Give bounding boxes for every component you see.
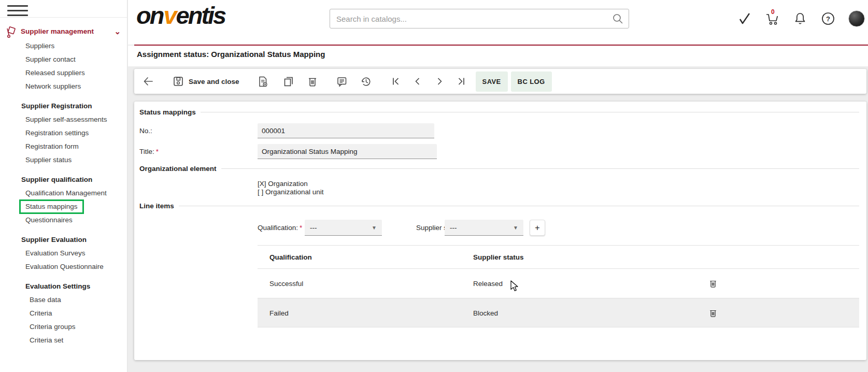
search-input[interactable] <box>330 15 612 23</box>
save-and-close-button[interactable]: Save and close <box>170 74 241 89</box>
sidebar-item-evaluation-questionnaire[interactable]: Evaluation Questionnaire <box>0 260 127 274</box>
section-status-mappings: Status mappings <box>139 108 859 116</box>
sidebar: Supplier management⌄SuppliersSupplier co… <box>0 0 127 372</box>
sidebar-item-suppliers[interactable]: Suppliers <box>0 39 127 53</box>
supplier-status-select[interactable]: ---▼ <box>445 220 523 236</box>
column-header-qualification: Qualification <box>269 253 312 261</box>
chevron-down-icon: ▼ <box>513 225 518 231</box>
sidebar-item-criteria-set[interactable]: Criteria set <box>0 334 127 347</box>
sidebar-item-supplier-status[interactable]: Supplier status <box>0 153 127 167</box>
delete-icon[interactable] <box>305 74 320 89</box>
add-line-item-button[interactable]: + <box>530 220 545 236</box>
supplier-management-icon <box>4 25 18 39</box>
top-icon-bar: 0 ? <box>736 10 865 27</box>
qualification-select[interactable]: ---▼ <box>305 220 382 236</box>
catalog-search <box>330 9 629 28</box>
cell-qualification: Failed <box>269 309 289 317</box>
sidebar-item-registration-form[interactable]: Registration form <box>0 140 127 153</box>
copy-icon[interactable] <box>280 74 296 90</box>
cell-supplier-status: Released <box>473 280 503 288</box>
save-and-close-label: Save and close <box>189 78 239 85</box>
user-avatar[interactable] <box>848 10 865 27</box>
sidebar-item-base-data[interactable]: Base data <box>0 293 127 307</box>
line-items-table: QualificationSupplier statusSuccessfulRe… <box>258 245 859 327</box>
required-asterisk: * <box>154 148 159 155</box>
logo-check-v: v <box>163 2 176 29</box>
previous-record-icon[interactable] <box>410 74 425 89</box>
sidebar-item-released-suppliers[interactable]: Released suppliers <box>0 66 127 80</box>
history-icon[interactable] <box>358 74 374 90</box>
search-icon[interactable] <box>612 13 623 24</box>
no-label: No.: <box>139 127 152 135</box>
hamburger-menu-icon[interactable] <box>7 5 28 17</box>
sidebar-item-supplier-self-assessments[interactable]: Supplier self-assessments <box>0 113 127 126</box>
chevron-down-icon[interactable]: ⌄ <box>114 24 121 39</box>
line-items-header-row: QualificationSupplier status <box>258 245 859 268</box>
chevron-down-icon: ▼ <box>372 225 377 231</box>
main-area: onventis 0 ? Assignment sta <box>128 0 868 372</box>
sidebar-item-network-suppliers[interactable]: Network suppliers <box>0 80 127 93</box>
table-row: FailedBlocked <box>258 298 859 327</box>
qualification-label: Qualification:* <box>258 224 302 232</box>
title-input[interactable] <box>258 144 437 159</box>
column-header-supplier-status: Supplier status <box>473 253 524 261</box>
status-mapping-form: Status mappings No.: Title:* Organizatio… <box>134 102 866 360</box>
sidebar-item-qualification-management[interactable]: Qualification Management <box>0 187 127 200</box>
table-row: SuccessfulReleased <box>258 268 859 298</box>
no-input[interactable] <box>258 123 434 138</box>
page-title-bar: Assignment status: Organizational Status… <box>128 46 868 66</box>
sidebar-item-supplier-management[interactable]: Supplier management⌄ <box>0 24 127 39</box>
delete-row-icon[interactable] <box>706 277 720 291</box>
section-organizational-element: Organizational element <box>139 165 859 173</box>
sidebar-item-supplier-evaluation: Supplier Evaluation <box>0 233 127 247</box>
last-record-icon[interactable] <box>454 74 468 89</box>
org-element-organization[interactable]: [X] Organization <box>258 180 308 188</box>
highlighted-active-item[interactable]: Status mappings <box>19 199 84 214</box>
sidebar-divider <box>0 17 127 18</box>
cart-icon[interactable]: 0 <box>764 10 780 27</box>
help-icon[interactable]: ? <box>820 10 836 27</box>
cart-count-badge: 0 <box>771 8 775 16</box>
cell-qualification: Successful <box>269 280 303 288</box>
sidebar-item-questionnaires[interactable]: Questionnaires <box>0 213 127 227</box>
sidebar-item-evaluation-settings: Evaluation Settings <box>0 280 127 293</box>
notifications-bell-icon[interactable] <box>792 10 808 27</box>
sidebar-item-supplier-registration: Supplier Registration <box>0 99 127 113</box>
delete-row-icon[interactable] <box>706 306 720 320</box>
save-floppy-icon <box>173 76 184 87</box>
sidebar-item-supplier-qualification: Supplier qualification <box>0 173 127 187</box>
top-header: onventis 0 ? <box>128 0 868 45</box>
comment-icon[interactable] <box>334 74 350 90</box>
org-element-organizational-unit[interactable]: [ ] Organizational unit <box>258 188 324 196</box>
sidebar-item-evaluation-surveys[interactable]: Evaluation Surveys <box>0 247 127 260</box>
bc-log-button[interactable]: BC LOG <box>511 71 552 92</box>
sidebar-item-criteria-groups[interactable]: Criteria groups <box>0 320 127 334</box>
sidebar-item-criteria[interactable]: Criteria <box>0 307 127 320</box>
first-record-icon[interactable] <box>389 74 403 89</box>
new-document-icon[interactable] <box>255 74 271 90</box>
cell-supplier-status: Blocked <box>473 309 498 317</box>
sidebar-item-status-mappings[interactable]: Status mappings <box>0 200 127 213</box>
onventis-logo[interactable]: onventis <box>136 1 225 30</box>
page-title: Assignment status: Organizational Status… <box>128 46 868 59</box>
svg-text:?: ? <box>826 15 830 23</box>
title-label: Title:* <box>139 148 159 155</box>
back-button[interactable] <box>140 74 156 89</box>
required-asterisk: * <box>298 224 302 232</box>
save-button[interactable]: SAVE <box>476 71 508 92</box>
toolbar: Save and close SAVE BC LOG <box>134 69 866 94</box>
sidebar-item-supplier-contact[interactable]: Supplier contact <box>0 53 127 66</box>
section-line-items: Line items <box>139 202 859 210</box>
sidebar-nav: Supplier management⌄SuppliersSupplier co… <box>0 24 127 347</box>
tasks-check-icon[interactable] <box>736 10 752 27</box>
next-record-icon[interactable] <box>432 74 447 89</box>
sidebar-item-registration-settings[interactable]: Registration settings <box>0 126 127 140</box>
